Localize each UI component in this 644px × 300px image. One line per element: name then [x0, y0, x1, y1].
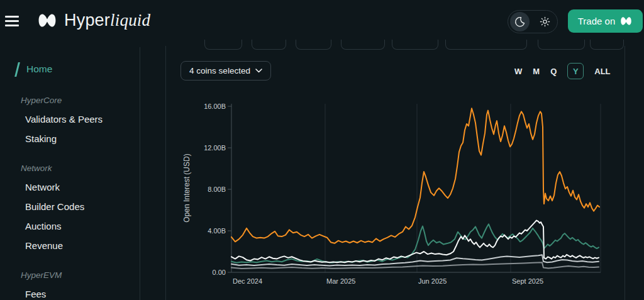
sidebar-item-staking[interactable]: Staking: [25, 133, 57, 144]
svg-text:16.00B: 16.00B: [204, 103, 226, 110]
svg-text:8.00B: 8.00B: [208, 186, 226, 193]
metric-tab-stub[interactable]: [204, 40, 242, 50]
svg-text:4.00B: 4.00B: [208, 227, 226, 235]
svg-text:Sept 2025: Sept 2025: [512, 277, 543, 285]
metric-tab-stub[interactable]: [341, 40, 385, 50]
sidebar-heading-hyperevm: HyperEVM: [21, 270, 62, 280]
time-range-selector: W M Q Y ALL: [514, 63, 611, 79]
hyperliquid-logo-icon: [619, 15, 633, 27]
menu-icon[interactable]: [5, 16, 19, 26]
brand-wordmark: Hyperliquid: [64, 11, 150, 30]
sidebar-divider: [140, 47, 140, 300]
metric-tab-stub[interactable]: [538, 40, 585, 50]
range-option-q[interactable]: Q: [550, 67, 557, 76]
moon-icon: [514, 16, 526, 28]
sun-icon: [539, 16, 551, 28]
range-option-y[interactable]: Y: [567, 63, 584, 79]
range-option-all[interactable]: ALL: [594, 67, 610, 76]
svg-text:Dec 2024: Dec 2024: [233, 277, 262, 285]
trade-on-button[interactable]: Trade on: [568, 9, 643, 33]
dark-mode-button[interactable]: [510, 12, 530, 31]
sidebar-heading-hypercore: HyperCore: [21, 96, 62, 105]
hyperliquid-logo-icon: [36, 11, 58, 30]
sidebar-item-auctions[interactable]: Auctions: [25, 221, 62, 231]
trade-button-label: Trade on: [578, 16, 615, 26]
sidebar-item-revenue[interactable]: Revenue: [25, 240, 63, 251]
sidebar-item-builder-codes[interactable]: Builder Codes: [25, 201, 84, 212]
active-item-indicator: [14, 62, 20, 77]
sidebar-item-network[interactable]: Network: [25, 182, 60, 192]
svg-text:Mar 2025: Mar 2025: [326, 277, 355, 285]
sidebar-item-fees[interactable]: Fees: [25, 289, 46, 299]
sidebar-item-validators-peers[interactable]: Validators & Peers: [25, 114, 103, 125]
svg-text:Jun 2025: Jun 2025: [418, 277, 447, 285]
sidebar-item-home[interactable]: Home: [26, 64, 52, 75]
metric-tab-stub[interactable]: [252, 40, 286, 50]
light-mode-button[interactable]: [535, 12, 555, 31]
coin-selector-label: 4 coins selected: [189, 66, 250, 75]
metric-tab-stub[interactable]: [296, 40, 331, 50]
range-option-w[interactable]: W: [514, 67, 522, 76]
theme-toggle: [508, 10, 558, 33]
metric-tab-stub[interactable]: [392, 40, 438, 50]
sidebar-heading-network: Network: [21, 164, 52, 173]
svg-text:12.00B: 12.00B: [204, 144, 226, 152]
main-panel-left-border: [165, 46, 166, 300]
range-option-m[interactable]: M: [533, 67, 540, 76]
metric-tab-stub[interactable]: [445, 40, 527, 50]
open-interest-chart: 0.004.00B8.00B12.00B16.00BDec 2024Mar 20…: [179, 91, 613, 289]
metric-tab-stub[interactable]: [590, 40, 624, 50]
app-root: Hyperliquid Trade on: [0, 0, 644, 300]
chevron-down-icon: [255, 69, 262, 73]
coin-selector-dropdown[interactable]: 4 coins selected: [180, 61, 271, 81]
brand-logo[interactable]: Hyperliquid: [36, 11, 150, 30]
svg-text:0.00: 0.00: [213, 269, 226, 276]
svg-text:Open Interest (USD): Open Interest (USD): [182, 153, 191, 222]
main-panel-right-border: [625, 46, 625, 300]
